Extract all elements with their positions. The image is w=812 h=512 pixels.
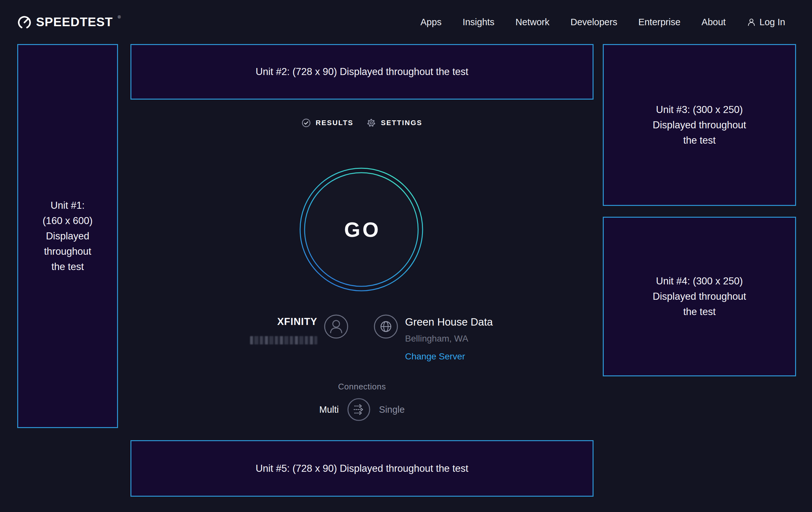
nav-item-about[interactable]: About (702, 17, 726, 27)
connections-toggle-icon[interactable] (347, 398, 371, 421)
connections-toggle-row: Multi Single (130, 398, 593, 421)
login-label: Log In (759, 17, 785, 27)
ad-unit-2-leaderboard[interactable]: Unit #2: (728 x 90) Displayed throughout… (130, 44, 593, 100)
tab-settings[interactable]: SETTINGS (367, 118, 422, 127)
user-icon (747, 17, 756, 27)
ad-unit-2-label: Unit #2: (728 x 90) Displayed throughout… (256, 64, 468, 79)
main-nav: Apps Insights Network Developers Enterpr… (420, 17, 785, 27)
ad-unit-4-label: Unit #4: (300 x 250) Displayed throughou… (653, 274, 746, 320)
nav-item-network[interactable]: Network (515, 17, 549, 27)
isp-name[interactable]: XFINITY (223, 316, 317, 327)
connections-label: Connections (130, 382, 593, 392)
login-button[interactable]: Log In (747, 17, 785, 27)
tab-results-label: RESULTS (316, 119, 354, 127)
tab-results[interactable]: RESULTS (302, 118, 354, 127)
check-circle-icon (302, 118, 311, 127)
isp-user-icon (324, 314, 349, 339)
top-nav-bar: SPEEDTEST ® Apps Insights Network Develo… (0, 0, 812, 44)
ad-unit-4-rectangle[interactable]: Unit #4: (300 x 250) Displayed throughou… (603, 217, 796, 376)
ad-unit-3-rectangle[interactable]: Unit #3: (300 x 250) Displayed throughou… (603, 44, 796, 206)
ad-unit-1-label: Unit #1: (160 x 600) Displayed throughou… (43, 198, 93, 274)
server-name[interactable]: Green House Data (405, 316, 493, 328)
isp-ip-redacted (250, 336, 317, 344)
go-button[interactable]: GO (299, 167, 424, 292)
connections-single-option[interactable]: Single (379, 404, 405, 415)
server-globe-icon (374, 314, 398, 339)
go-button-label: GO (299, 167, 424, 292)
nav-item-enterprise[interactable]: Enterprise (638, 17, 680, 27)
gear-icon (367, 118, 376, 127)
nav-item-apps[interactable]: Apps (420, 17, 441, 27)
ad-unit-1-skyscraper[interactable]: Unit #1: (160 x 600) Displayed throughou… (17, 44, 118, 428)
tab-settings-label: SETTINGS (381, 119, 422, 127)
change-server-link[interactable]: Change Server (405, 351, 465, 362)
ad-unit-5-leaderboard[interactable]: Unit #5: (728 x 90) Displayed throughout… (130, 440, 593, 497)
logo-text: SPEEDTEST (36, 15, 113, 29)
nav-item-developers[interactable]: Developers (571, 17, 617, 27)
ad-unit-5-label: Unit #5: (728 x 90) Displayed throughout… (256, 461, 468, 476)
server-location: Bellingham, WA (405, 333, 493, 344)
connections-multi-option[interactable]: Multi (319, 404, 339, 415)
ad-unit-3-label: Unit #3: (300 x 250) Displayed throughou… (653, 102, 746, 148)
logo-trademark: ® (118, 15, 121, 20)
server-info: Green House Data Bellingham, WA Change S… (405, 316, 493, 362)
speedtest-logo[interactable]: SPEEDTEST ® (17, 15, 121, 30)
results-settings-tabs: RESULTS SETTINGS (130, 115, 593, 130)
nav-item-insights[interactable]: Insights (462, 17, 494, 27)
speedometer-gauge-icon (17, 15, 32, 30)
